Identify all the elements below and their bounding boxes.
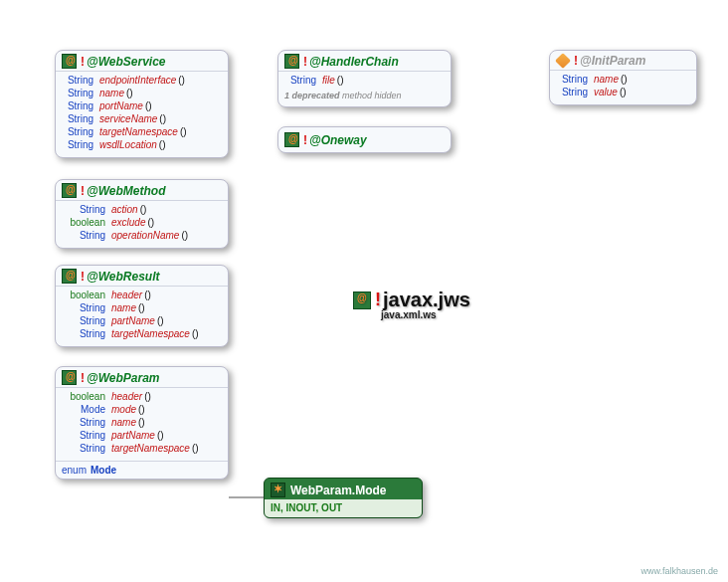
exclaim-icon: !: [81, 55, 85, 69]
enum-name: Mode: [91, 465, 116, 476]
annotation-icon: [62, 370, 77, 385]
initparam-box: ! @InitParam Stringname() Stringvalue(): [549, 50, 697, 105]
webparammode-header: WebParam.Mode: [265, 479, 422, 499]
webparammode-values: IN, INOUT, OUT: [265, 499, 422, 517]
webmethod-title: @WebMethod: [87, 184, 165, 198]
annotation-icon: [62, 269, 77, 284]
oneway-title: @Oneway: [309, 133, 367, 147]
annotation-icon: [62, 54, 77, 69]
exclaim-icon: !: [574, 54, 578, 68]
handlerchain-box: ! @HandlerChain Stringfile() 1 deprecate…: [277, 50, 452, 107]
annotation-icon: [353, 291, 371, 309]
initparam-header: ! @InitParam: [550, 51, 696, 70]
exclaim-icon: !: [375, 290, 381, 310]
deprecated-annotation-icon: [555, 53, 571, 69]
webparam-box: ! @WebParam booleanheader() Modemode() S…: [55, 366, 229, 480]
exclaim-icon: !: [303, 133, 307, 147]
handlerchain-header: ! @HandlerChain: [278, 51, 451, 71]
webresult-members: booleanheader() Stringname() StringpartN…: [56, 286, 228, 346]
connector-line: [229, 487, 269, 507]
enum-keyword: enum: [62, 465, 87, 476]
annotation-icon: [284, 54, 299, 69]
package-label: ! javax.jws java.xml.ws: [353, 289, 470, 320]
initparam-title: @InitParam: [580, 54, 645, 68]
webparam-header: ! @WebParam: [56, 367, 228, 387]
webparammode-box: WebParam.Mode IN, INOUT, OUT: [264, 478, 423, 518]
annotation-icon: [284, 132, 299, 147]
webmethod-header: ! @WebMethod: [56, 180, 228, 200]
package-name: javax.jws: [383, 289, 470, 311]
webservice-header: ! @WebService: [56, 51, 228, 71]
webservice-members: StringendpointInterface() Stringname() S…: [56, 71, 228, 157]
webparam-enum-section: enumMode: [56, 461, 228, 479]
exclaim-icon: !: [81, 371, 85, 385]
webmethod-members: Stringaction() booleanexclude() Stringop…: [56, 200, 228, 248]
webresult-title: @WebResult: [87, 270, 160, 284]
exclaim-icon: !: [81, 184, 85, 198]
watermark: www.falkhausen.de: [640, 566, 718, 576]
webservice-title: @WebService: [87, 55, 166, 69]
webparam-members: booleanheader() Modemode() Stringname() …: [56, 387, 228, 461]
webservice-box: ! @WebService StringendpointInterface() …: [55, 50, 229, 158]
oneway-box: ! @Oneway: [277, 126, 452, 153]
exclaim-icon: !: [81, 270, 85, 284]
webparammode-title: WebParam.Mode: [290, 484, 386, 497]
oneway-header: ! @Oneway: [278, 127, 451, 152]
webmethod-box: ! @WebMethod Stringaction() booleanexclu…: [55, 179, 229, 249]
webresult-box: ! @WebResult booleanheader() Stringname(…: [55, 265, 229, 347]
package-sub: java.xml.ws: [381, 309, 437, 320]
webparam-title: @WebParam: [87, 371, 160, 385]
annotation-icon: [62, 183, 77, 198]
enum-icon: [271, 483, 285, 497]
initparam-members: Stringname() Stringvalue(): [550, 70, 696, 104]
handlerchain-deprecated: 1 deprecated method hidden: [278, 89, 451, 106]
webresult-header: ! @WebResult: [56, 266, 228, 286]
exclaim-icon: !: [303, 55, 307, 69]
handlerchain-title: @HandlerChain: [309, 55, 399, 69]
handlerchain-members: Stringfile(): [278, 71, 451, 89]
